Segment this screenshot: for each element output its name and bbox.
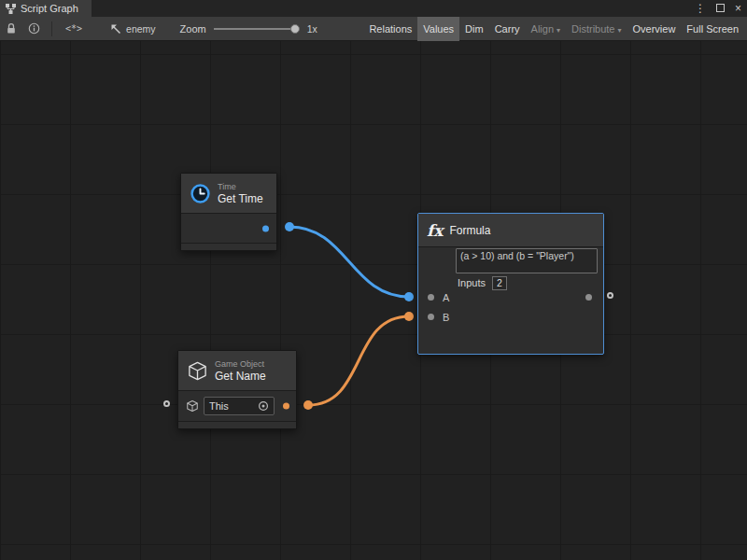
- graph-canvas[interactable]: Time Get Time fx Formula (a > 10) and (b…: [0, 41, 747, 560]
- get-time-header[interactable]: Time Get Time: [181, 174, 276, 214]
- node-get-name[interactable]: Game Object Get Name This: [177, 350, 297, 429]
- overview-button[interactable]: Overview: [627, 17, 682, 41]
- tab-script-graph[interactable]: Script Graph: [0, 0, 92, 17]
- cube-icon-small: [186, 399, 199, 413]
- window-menu-icon[interactable]: ⋮: [695, 0, 706, 17]
- node-get-time[interactable]: Time Get Time: [180, 173, 277, 251]
- node-footer: [181, 243, 276, 250]
- target-object-value: This: [209, 400, 254, 412]
- node-footer: [178, 421, 296, 428]
- distribute-label: Distribute: [571, 23, 614, 35]
- cube-icon: [187, 360, 208, 382]
- zoom-slider[interactable]: [214, 23, 300, 35]
- get-name-target-input-port[interactable]: [163, 400, 170, 407]
- zoom-label: Zoom: [180, 23, 206, 35]
- window-maximize-icon[interactable]: [716, 0, 725, 17]
- zoom-value: 1x: [307, 23, 317, 35]
- info-icon[interactable]: [28, 22, 40, 35]
- zoom-slider-track[interactable]: [214, 28, 300, 30]
- pointer-arrow-icon: [110, 23, 121, 35]
- chevron-down-icon: ▾: [557, 26, 560, 35]
- align-dropdown[interactable]: Align▾: [526, 17, 566, 41]
- chevron-down-icon: ▾: [618, 26, 622, 35]
- lock-icon[interactable]: [6, 22, 17, 35]
- graph-toolbar: <*> enemy Zoom 1x Relations Values Dim C…: [0, 17, 747, 41]
- distribute-dropdown[interactable]: Distribute▾: [566, 17, 627, 41]
- dim-button[interactable]: Dim: [459, 17, 489, 41]
- formula-input-port-a[interactable]: [428, 294, 434, 301]
- toolbar-separator: [51, 21, 52, 36]
- formula-header[interactable]: fx Formula: [418, 214, 603, 247]
- relations-button[interactable]: Relations: [363, 17, 417, 41]
- node-category: Time: [218, 182, 263, 192]
- wire-endpoint-formula-a[interactable]: [404, 292, 414, 301]
- graph-owner[interactable]: enemy: [110, 23, 156, 35]
- carry-button[interactable]: Carry: [489, 17, 526, 41]
- node-title: Get Time: [218, 192, 263, 205]
- window-titlebar: Script Graph ⋮ ×: [0, 0, 747, 17]
- full-screen-button[interactable]: Full Screen: [681, 17, 744, 41]
- toolbar-buttons: Relations Values Dim Carry Align▾ Distri…: [363, 17, 744, 41]
- wire-endpoint-get-name[interactable]: [303, 400, 313, 410]
- wire-get-time-to-formula-a[interactable]: [289, 227, 409, 297]
- formula-fx-icon: fx: [427, 221, 443, 240]
- graph-owner-name: enemy: [126, 23, 156, 35]
- get-name-header[interactable]: Game Object Get Name: [178, 351, 296, 391]
- formula-result-output-port[interactable]: [607, 292, 613, 299]
- get-time-output-port[interactable]: [262, 225, 269, 231]
- object-picker-icon[interactable]: [258, 400, 269, 412]
- window-close-icon[interactable]: ×: [735, 0, 741, 17]
- node-formula[interactable]: fx Formula (a > 10) and (b = "Player") I…: [417, 213, 604, 355]
- formula-port-row-b: B: [418, 307, 603, 327]
- clock-icon: [190, 183, 211, 204]
- code-view-icon[interactable]: <*>: [65, 23, 82, 34]
- get-time-body: [181, 214, 276, 243]
- port-a-label: A: [443, 292, 449, 303]
- window-controls: ⋮ ×: [695, 0, 741, 17]
- get-name-body: This: [178, 391, 296, 421]
- formula-result-port-inner[interactable]: [585, 294, 592, 301]
- node-title: Formula: [449, 224, 490, 237]
- node-category: Game Object: [215, 359, 266, 370]
- wire-endpoint-formula-b[interactable]: [404, 312, 414, 321]
- get-name-output-port[interactable]: [283, 403, 289, 410]
- formula-expression-input[interactable]: (a > 10) and (b = "Player"): [456, 248, 598, 273]
- node-title: Get Name: [215, 370, 266, 383]
- port-b-label: B: [443, 312, 449, 323]
- align-label: Align: [531, 23, 554, 35]
- zoom-slider-handle[interactable]: [290, 24, 300, 34]
- formula-input-port-b[interactable]: [428, 314, 434, 320]
- tab-title: Script Graph: [21, 3, 78, 14]
- wire-get-name-to-formula-b[interactable]: [308, 316, 409, 405]
- script-graph-icon: [6, 4, 16, 14]
- wire-endpoint-get-time[interactable]: [285, 222, 294, 231]
- values-button[interactable]: Values: [417, 17, 459, 41]
- formula-port-row-a: A: [418, 287, 603, 307]
- zoom-control: Zoom 1x: [180, 23, 317, 35]
- target-object-field[interactable]: This: [204, 397, 275, 415]
